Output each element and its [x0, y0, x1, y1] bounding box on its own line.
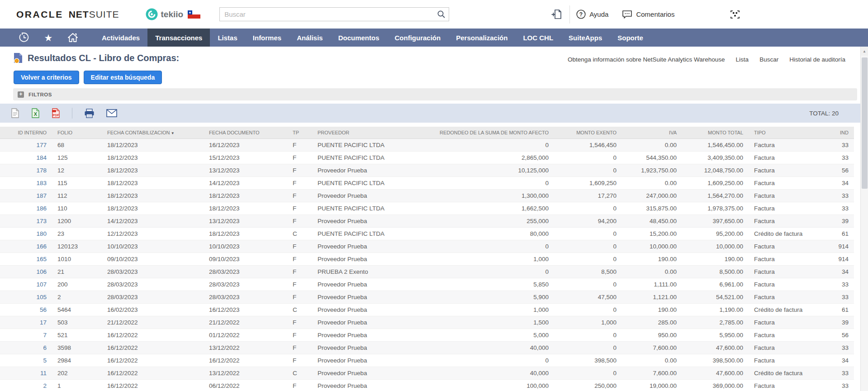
export-pdf-icon[interactable]: PDF	[52, 108, 60, 118]
internal-id-link[interactable]: 177	[36, 142, 47, 148]
cell-fecha_contabilizacion: 18/12/2023	[102, 176, 204, 189]
col-header-redondeo_suma_monto_afecto[interactable]: REDONDEO DE LA SUMA DE MONTO AFECTO	[434, 127, 554, 138]
internal-id-link[interactable]: 186	[36, 205, 47, 212]
col-header-ind[interactable]: IND	[819, 127, 854, 138]
cell-tipo: Factura	[749, 215, 819, 227]
col-header-fecha_documento[interactable]: FECHA DOCUMENTO	[204, 127, 287, 138]
cell-fecha_documento: 16/12/2023	[204, 138, 287, 151]
email-icon[interactable]	[106, 109, 117, 117]
editar-esta-búsqueda-button[interactable]: Editar esta búsqueda	[84, 71, 162, 84]
page-link-buscar[interactable]: Buscar	[759, 56, 778, 63]
cell-id_interno: 107	[0, 278, 52, 291]
vertical-scrollbar[interactable]: ▲	[860, 47, 868, 391]
internal-id-link[interactable]: 173	[36, 218, 47, 224]
expand-filters-icon[interactable]: +	[18, 91, 24, 98]
nav-item-soporte[interactable]: Soporte	[610, 29, 651, 47]
nav-item-transacciones[interactable]: Transacciones	[147, 29, 210, 47]
internal-id-link[interactable]: 5	[43, 357, 47, 364]
internal-id-link[interactable]: 11	[40, 370, 47, 377]
nav-item-personalización[interactable]: Personalización	[448, 29, 515, 47]
internal-id-link[interactable]: 56	[40, 306, 47, 313]
nav-item-listas[interactable]: Listas	[210, 29, 245, 47]
cell-id_interno: 106	[0, 265, 52, 278]
cell-id_interno: 184	[0, 151, 52, 164]
internal-id-link[interactable]: 165	[36, 256, 47, 262]
nav-item-suiteapps[interactable]: SuiteApps	[561, 29, 610, 47]
col-header-folio[interactable]: FOLIO	[52, 127, 102, 138]
nav-item-documentos[interactable]: Documentos	[331, 29, 387, 47]
oracle-wordmark: ORACLE	[16, 9, 63, 20]
col-header-monto_total[interactable]: MONTO TOTAL	[682, 127, 749, 138]
cell-monto_total: 47,600.00	[682, 341, 749, 354]
roles-icon[interactable]	[730, 10, 740, 19]
cell-id_interno: 17	[0, 316, 52, 329]
internal-id-link[interactable]: 105	[36, 294, 47, 300]
cell-ind: 56	[819, 164, 854, 176]
cell-fecha_documento: 16/12/2022	[204, 354, 287, 367]
filters-bar[interactable]: + FILTROS	[13, 88, 857, 100]
internal-id-link[interactable]: 6	[43, 344, 47, 351]
cell-monto_total: 1,564,270.00	[682, 189, 749, 202]
internal-id-link[interactable]: 187	[36, 192, 47, 199]
action-buttons: Volver a criteriosEditar esta búsqueda	[0, 64, 868, 84]
internal-id-link[interactable]: 7	[43, 332, 47, 339]
print-icon[interactable]	[84, 109, 95, 118]
table-row: 18711218/12/202318/12/2023FProveedor Pru…	[0, 189, 854, 202]
cell-id_interno: 177	[0, 138, 52, 151]
nav-item-informes[interactable]: Informes	[245, 29, 289, 47]
table-row: 16612012310/10/202310/10/2023FProveedor …	[0, 240, 854, 253]
analytics-warehouse-link[interactable]: Obtenga información sobre NetSuite Analy…	[568, 56, 725, 63]
main-nav: ★ ActividadesTransaccionesListasInformes…	[0, 29, 868, 47]
cell-tp: C	[287, 367, 312, 379]
volver-a-criterios-button[interactable]: Volver a criterios	[14, 71, 79, 84]
new-document-icon[interactable]	[551, 9, 562, 20]
search-icon[interactable]	[437, 10, 446, 19]
cell-id_interno: 180	[0, 227, 52, 240]
col-header-fecha_contabilizacion[interactable]: FECHA CONTABILIZACION ▼	[102, 127, 204, 138]
shortcuts-star-icon[interactable]: ★	[43, 33, 54, 43]
internal-id-link[interactable]: 178	[36, 167, 47, 174]
internal-id-link[interactable]: 107	[36, 281, 47, 288]
col-header-id_interno[interactable]: ID INTERNO	[0, 127, 52, 138]
nav-item-loc-chl[interactable]: LOC CHL	[515, 29, 561, 47]
filters-label: FILTROS	[28, 92, 52, 97]
internal-id-link[interactable]: 180	[36, 230, 47, 237]
feedback-menu[interactable]: Comentarios	[622, 10, 674, 19]
col-header-iva[interactable]: IVA	[622, 127, 682, 138]
internal-id-link[interactable]: 2	[43, 382, 47, 389]
search-input[interactable]	[219, 7, 449, 21]
help-menu[interactable]: ? Ayuda	[576, 10, 608, 19]
page-link-historial-de-auditoría[interactable]: Historial de auditoría	[789, 56, 845, 63]
export-csv-icon[interactable]	[11, 108, 19, 118]
page-title: Resultados CL - Libro de Compras:	[28, 53, 179, 63]
cell-iva: 0.00	[622, 176, 682, 189]
internal-id-link[interactable]: 106	[36, 268, 47, 275]
page-link-lista[interactable]: Lista	[736, 56, 749, 63]
cell-tp: F	[287, 138, 312, 151]
internal-id-link[interactable]: 166	[36, 243, 47, 250]
col-header-monto_exento[interactable]: MONTO EXENTO	[554, 127, 622, 138]
col-header-proveedor[interactable]: PROVEEDOR	[312, 127, 434, 138]
col-header-tipo[interactable]: TIPO	[749, 127, 819, 138]
recent-records-icon[interactable]	[18, 33, 30, 43]
cell-fecha_contabilizacion: 16/02/2023	[102, 303, 204, 316]
scroll-up-arrow[interactable]: ▲	[861, 47, 868, 56]
cell-monto_total: 8,500.00	[682, 265, 749, 278]
cell-proveedor: Proveedor Prueba	[312, 164, 434, 176]
internal-id-link[interactable]: 184	[36, 154, 47, 161]
internal-id-link[interactable]: 183	[36, 180, 47, 186]
nav-item-actividades[interactable]: Actividades	[94, 29, 147, 47]
col-header-tp[interactable]: TP	[287, 127, 312, 138]
scrollbar-thumb[interactable]	[862, 57, 868, 189]
cell-iva: 1,121.00	[622, 291, 682, 303]
cell-monto_total: 95,200.00	[682, 227, 749, 240]
cell-proveedor: Proveedor Prueba	[312, 253, 434, 265]
home-icon[interactable]	[67, 33, 79, 43]
nav-item-configuración[interactable]: Configuración	[387, 29, 449, 47]
header-divider	[569, 5, 570, 24]
cell-iva: 315,875.00	[622, 202, 682, 215]
internal-id-link[interactable]: 17	[40, 319, 47, 326]
cell-monto_exento: 0	[554, 227, 622, 240]
nav-item-análisis[interactable]: Análisis	[289, 29, 331, 47]
export-excel-icon[interactable]: X	[31, 108, 40, 118]
